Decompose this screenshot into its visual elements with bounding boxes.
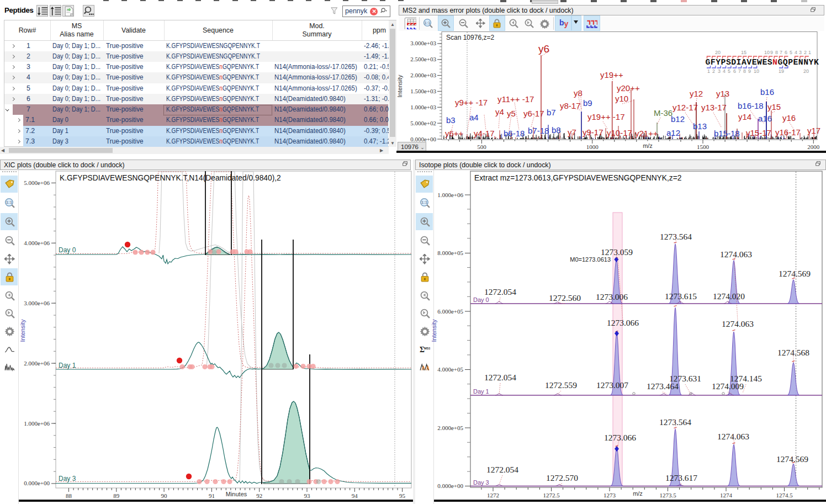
svg-text:y16: y16 [782,113,796,123]
svg-text:7: 7 [738,68,741,74]
svg-text:Extract mz=1273.0613,GFYPSDIAV: Extract mz=1273.0613,GFYPSDIAVEWESNGQPEN… [474,174,681,182]
svg-text:1.000e+06: 1.000e+06 [24,420,50,427]
svg-text:3: 3 [718,68,721,74]
svg-text:y13: y13 [716,89,729,98]
svg-text:b9: b9 [583,98,592,108]
svg-text:Day 1: Day 1 [59,362,76,369]
svg-text:3.000e+06: 3.000e+06 [24,300,50,306]
svg-text:1272.559: 1272.559 [545,380,577,390]
svg-text:y20++: y20++ [617,83,640,93]
svg-text:1272.054: 1272.054 [484,373,516,382]
svg-text:y13-17: y13-17 [701,103,727,112]
svg-text:b6-18: b6-18 [504,129,525,138]
svg-text:1273.006: 1273.006 [596,292,628,301]
svg-text:b3: b3 [446,115,456,125]
svg-text:3: 3 [799,50,802,55]
svg-text:b7: b7 [547,108,556,117]
svg-text:1274.020: 1274.020 [713,291,745,301]
svg-text:a16: a16 [758,114,772,123]
svg-text:Minutes: Minutes [226,491,247,497]
svg-text:1273.464: 1273.464 [647,381,679,391]
svg-text:b8: b8 [552,125,561,135]
svg-text:1274.5: 1274.5 [776,492,793,498]
svg-text:5: 5 [728,68,730,74]
svg-text:y4: y4 [495,107,504,116]
svg-text:6.000e+05: 6.000e+05 [437,308,463,315]
svg-text:2: 2 [804,50,807,55]
svg-text:y12: y12 [690,89,703,98]
svg-text:a12: a12 [666,128,680,137]
svg-text:2000: 2000 [807,144,820,150]
svg-text:2.500e+03: 2.500e+03 [410,56,436,62]
svg-text:0.000e+00: 0.000e+00 [24,480,50,486]
svg-text:y21++: y21++ [635,129,658,138]
svg-text:5.000e+06: 5.000e+06 [24,179,50,186]
svg-text:M-36: M-36 [654,108,673,118]
svg-text:1274.063: 1274.063 [720,250,752,259]
svg-text:0.000e+00: 0.000e+00 [410,136,436,142]
svg-text:5.000e+02: 5.000e+02 [410,120,436,126]
svg-text:y6: y6 [538,43,549,55]
svg-text:19: 19 [779,68,784,74]
svg-text:9: 9 [748,68,751,74]
svg-text:2: 2 [712,68,715,74]
svg-text:1500: 1500 [697,144,709,150]
svg-text:4.000e+05: 4.000e+05 [437,366,463,373]
svg-text:2.000e+06: 2.000e+06 [24,360,50,367]
svg-text:y9++ -17: y9++ -17 [455,98,488,107]
svg-text:y10: y10 [615,94,628,103]
svg-text:90: 90 [161,492,168,499]
svg-text:1273: 1273 [603,492,616,498]
svg-text:m/z: m/z [633,490,643,497]
svg-text:b13: b13 [693,121,707,131]
svg-text:Day 0: Day 0 [473,296,489,303]
svg-text:y8-17: y8-17 [560,101,581,110]
svg-text:y19++: y19++ [600,70,623,79]
svg-text:y12-17: y12-17 [673,103,698,112]
svg-text:GFYPSDIAVEWESNGQPENNYK: GFYPSDIAVEWESNGQPENNYK [706,58,819,67]
svg-text:94: 94 [352,492,358,499]
svg-text:K.GFYPSDIAVEWESNGQPENNYK.T,N14: K.GFYPSDIAVEWESNGQPENNYK.T,N14(Deamidate… [60,174,281,182]
svg-text:1272.570: 1272.570 [546,473,578,482]
svg-text:y11++ -17: y11++ -17 [497,94,534,104]
svg-text:1272.054: 1272.054 [484,287,516,296]
svg-text:10: 10 [764,50,770,55]
svg-text:500: 500 [477,144,486,150]
svg-text:Day 0: Day 0 [59,246,76,254]
svg-text:6: 6 [785,50,787,55]
svg-text:y4-17: y4-17 [474,129,495,138]
svg-text:1274: 1274 [720,492,733,498]
svg-text:y9-17: y9-17 [583,128,603,137]
svg-text:b15-18: b15-18 [714,129,740,138]
svg-text:y15: y15 [767,102,781,112]
svg-text:89: 89 [113,492,120,499]
svg-text:4.000e+06: 4.000e+06 [24,240,50,246]
svg-text:1272.054: 1272.054 [486,465,518,474]
svg-text:1273.066: 1273.066 [604,433,636,442]
svg-text:1: 1 [707,68,710,74]
svg-text:a4: a4 [469,113,479,122]
svg-text:7: 7 [780,50,782,55]
svg-text:1272.5: 1272.5 [543,492,560,498]
svg-text:1273.007: 1273.007 [596,380,628,390]
svg-text:1.500e+03: 1.500e+03 [410,88,436,94]
svg-text:y10-17: y10-17 [607,128,632,137]
svg-text:1273.5: 1273.5 [659,492,676,498]
svg-text:1: 1 [808,50,811,55]
svg-text:8: 8 [775,50,778,55]
svg-text:b16-18: b16-18 [738,101,764,110]
svg-text:1274.009: 1274.009 [712,381,744,391]
svg-text:20: 20 [715,50,721,55]
svg-text:4: 4 [795,50,797,55]
svg-text:Scan 10976,z=2: Scan 10976,z=2 [446,34,494,41]
svg-text:1.000e+06: 1.000e+06 [437,192,463,198]
svg-text:y19++ -17: y19++ -17 [587,112,625,121]
svg-text:y6++: y6++ [445,129,464,138]
svg-text:1.000e+03: 1.000e+03 [410,104,436,110]
svg-text:y14: y14 [738,112,751,121]
svg-text:6: 6 [733,68,736,74]
svg-text:y5: y5 [507,109,516,118]
svg-text:9: 9 [770,50,773,55]
svg-text:1273.615: 1273.615 [665,291,697,301]
svg-text:1272.560: 1272.560 [549,293,581,303]
